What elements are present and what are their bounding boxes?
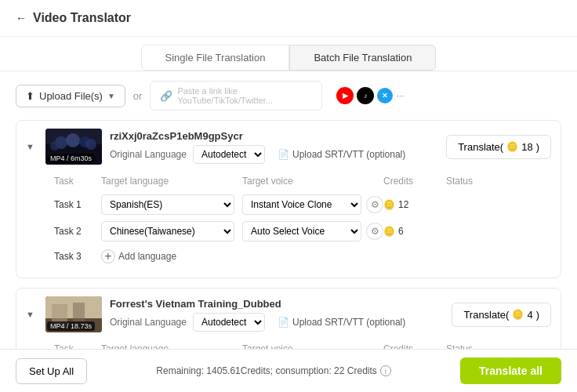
coin-icon: 🪙 (383, 226, 395, 237)
header: ← Video Translator (0, 0, 577, 37)
translate-label-2: Translate( (463, 309, 509, 321)
upload-srt-button-1[interactable]: 📄 Upload SRT/VTT (optional) (278, 149, 405, 160)
lang-label-2: Original Language (110, 317, 187, 328)
back-arrow-icon: ← (16, 12, 27, 24)
tab-single[interactable]: Single File Translation (141, 45, 290, 71)
task-1-2-credits: 🪙 6 (383, 226, 446, 237)
file-2-info: Forrest's Vietnam Training_Dubbed Origin… (110, 298, 444, 332)
info-icon[interactable]: i (380, 365, 391, 376)
task-1-2-label: Task 2 (54, 226, 101, 237)
youtube-icon: ▶ (336, 87, 354, 104)
tab-batch[interactable]: Batch File Translation (289, 45, 436, 71)
table-row: Task 2 Chinese(Taiwanese) Spanish(ES) Au… (54, 218, 548, 245)
upload-srt-label-1: Upload SRT/VTT (optional) (292, 149, 405, 160)
lang-label-1: Original Language (110, 149, 187, 160)
remaining-credits-text: Remaining: 1405.61Credits; consumption: … (156, 365, 390, 376)
upload-bar: ⬆ Upload File(s) ▼ or 🔗 Paste a link lik… (0, 71, 577, 120)
svg-point-3 (66, 133, 80, 147)
upload-srt-button-2[interactable]: 📄 Upload SRT/VTT (optional) (278, 317, 405, 328)
upload-button[interactable]: ⬆ Upload File(s) ▼ (16, 85, 125, 107)
upload-label: Upload File(s) (39, 90, 103, 102)
col-target-lang-1: Target language (101, 176, 242, 187)
task-1-1-lang-select[interactable]: Spanish(ES) French(FR) (101, 194, 234, 215)
task-1-1-credits: 🪙 12 (383, 199, 446, 210)
file-1-lang-row: Original Language Autodetect English 📄 U… (110, 145, 438, 164)
translate-button-1[interactable]: Translate(🪙18) (446, 135, 551, 159)
task-1-2-credit-value: 6 (398, 226, 404, 237)
coin-icon-2: 🪙 (512, 309, 524, 320)
upload-srt-label-2: Upload SRT/VTT (optional) (292, 317, 405, 328)
lang-select-1[interactable]: Autodetect English (193, 145, 265, 164)
upload-icon: ⬆ (26, 90, 34, 102)
file-2-badge: MP4 / 18.73s (47, 321, 95, 331)
table-row: Task 1 Spanish(ES) French(FR) Instant Vo… (54, 191, 548, 218)
thumbnail-2: MP4 / 18.73s (45, 296, 102, 332)
file-2-name: Forrest's Vietnam Training_Dubbed (110, 298, 444, 310)
social-icons: ▶ ♪ ✕ ··· (336, 87, 404, 104)
table-row: Task 3 + Add language (54, 245, 548, 268)
coin-icon: 🪙 (383, 199, 395, 210)
file-1-info: rziXxj0raZcsP1ebM9gpSycr Original Langua… (110, 130, 438, 164)
task-1-2-voice-select[interactable]: Auto Select Voice Instant Voice Clone (242, 221, 361, 241)
settings-icon-1-2[interactable]: ⚙ (366, 223, 383, 240)
col-credits-1: Credits (383, 176, 446, 187)
back-button[interactable]: ← (16, 12, 27, 24)
footer: Set Up All Remaining: 1405.61Credits; co… (0, 349, 577, 392)
task-1-1-credit-value: 12 (398, 199, 408, 210)
add-language-label-1: Add language (118, 251, 176, 262)
task-1-1-voice-select[interactable]: Instant Voice Clone Auto Select Voice (242, 194, 361, 215)
page-title: Video Translator (33, 11, 131, 25)
collapse-button-2[interactable]: ▼ (26, 310, 34, 319)
file-1-name: rziXxj0raZcsP1ebM9gpSycr (110, 130, 438, 142)
upload-srt-icon-2: 📄 (278, 317, 289, 328)
paste-link-input[interactable]: 🔗 Paste a link like YouTube/TikTok/Twitt… (150, 81, 322, 111)
lang-select-2[interactable]: Autodetect English (193, 313, 265, 332)
translate-all-button[interactable]: Translate all (460, 358, 561, 384)
thumbnail-1: MP4 / 6m30s (45, 129, 102, 165)
chevron-down-icon: ▼ (107, 92, 115, 100)
or-text: or (133, 90, 143, 102)
plus-icon-1: + (101, 249, 115, 263)
col-target-voice-1: Target voice (242, 176, 383, 187)
paste-placeholder: Paste a link like YouTube/TikTok/Twitter… (177, 86, 312, 105)
twitter-icon: ✕ (377, 88, 393, 103)
upload-srt-icon-1: 📄 (278, 149, 289, 160)
translate-label-1: Translate( (458, 141, 503, 153)
task-1-3-label: Task 3 (54, 251, 101, 262)
file-1-badge: MP4 / 6m30s (47, 154, 95, 163)
tasks-table-1: Task Target language Target voice Credit… (16, 172, 561, 278)
file-card-1-header: ▼ MP4 / 6m30s rziXxj0 (16, 121, 561, 172)
translate-button-2[interactable]: Translate(🪙4) (452, 303, 551, 327)
file-2-lang-row: Original Language Autodetect English 📄 U… (110, 313, 444, 332)
tabs-container: Single File Translation Batch File Trans… (0, 37, 577, 71)
collapse-button-1[interactable]: ▼ (26, 142, 34, 151)
settings-icon-1-1[interactable]: ⚙ (366, 196, 383, 213)
coin-icon-1: 🪙 (506, 141, 518, 152)
task-1-1-label: Task 1 (54, 199, 101, 210)
svg-point-6 (85, 139, 96, 150)
link-icon: 🔗 (160, 90, 172, 102)
svg-point-5 (50, 141, 60, 151)
content-area: ▼ MP4 / 6m30s rziXxj0 (0, 120, 577, 371)
task-1-2-voice-cell: Auto Select Voice Instant Voice Clone ⚙ (242, 221, 383, 241)
file-card-2-header: ▼ MP4 / 18.73s Forrest's Vietnam Trainin… (16, 289, 561, 340)
remaining-label: Remaining: 1405.61Credits; consumption: … (156, 365, 376, 376)
add-language-button-1[interactable]: + Add language (101, 248, 242, 265)
tiktok-icon: ♪ (357, 87, 374, 104)
setup-all-button[interactable]: Set Up All (16, 358, 87, 384)
tasks-header-1: Task Target language Target voice Credit… (54, 172, 548, 191)
task-1-2-lang-select[interactable]: Chinese(Taiwanese) Spanish(ES) (101, 221, 234, 241)
file-card-1: ▼ MP4 / 6m30s rziXxj0 (16, 120, 561, 278)
col-status-1: Status (446, 176, 501, 187)
col-task-1: Task (54, 176, 101, 187)
task-1-1-voice-cell: Instant Voice Clone Auto Select Voice ⚙ (242, 194, 383, 215)
more-socials-icon: ··· (396, 90, 404, 101)
